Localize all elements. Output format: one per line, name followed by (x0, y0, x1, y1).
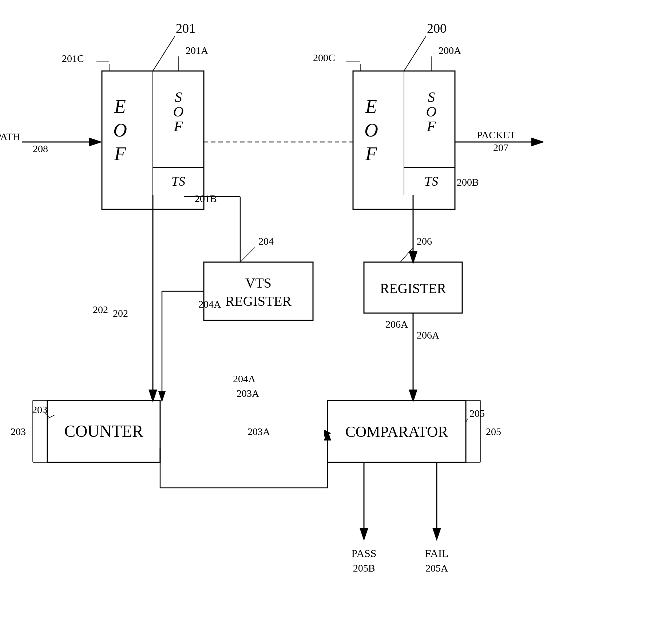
label-200c: 200C (313, 52, 335, 63)
block201-s: S (175, 89, 182, 105)
label-204a: 204A (233, 373, 256, 384)
svg-line-21 (400, 248, 413, 262)
block204-text2: REGISTER (225, 293, 292, 309)
label-205-bracket: 205 (486, 426, 501, 437)
label-201b: 201B (195, 193, 217, 204)
label-203: 203 (32, 404, 47, 415)
block200-f: F (365, 143, 377, 164)
block200-o2: O (426, 103, 437, 120)
block205-text: COMPARATOR (345, 423, 448, 440)
label-202-wire: 202 (93, 304, 108, 315)
block200-f2: F (427, 118, 436, 134)
label-201a: 201A (186, 45, 209, 56)
label-200: 200 (427, 21, 447, 36)
label-201: 201 (176, 21, 195, 36)
block203-text: COUNTER (64, 422, 143, 440)
label-206a-wire: 206A (417, 329, 440, 341)
block201-o2: O (173, 103, 184, 120)
label-205a: 205A (425, 562, 448, 574)
block200-ts: TS (424, 174, 438, 189)
svg-line-11 (404, 36, 426, 71)
block201-ts: TS (171, 174, 185, 189)
svg-line-10 (153, 36, 175, 71)
block201-o: O (113, 120, 127, 141)
label-205: 205 (469, 408, 485, 419)
label-200b: 200B (457, 177, 479, 188)
svg-line-20 (240, 248, 255, 262)
label-202: 202 (113, 308, 128, 319)
block206-text: REGISTER (380, 281, 446, 296)
label-fail: FAIL (425, 547, 448, 559)
label-205b: 205B (353, 562, 375, 574)
label-200a: 200A (439, 45, 461, 56)
label-201c: 201C (62, 53, 84, 64)
block204-text1: VTS (245, 275, 272, 291)
label-206a: 206A (385, 319, 408, 330)
block201-e: E (114, 96, 126, 117)
label-datapath: DATA PATH (0, 131, 20, 142)
label-206: 206 (417, 236, 432, 247)
label-203-bracket: 203 (11, 426, 26, 437)
label-207: 207 (493, 142, 508, 153)
label-204a-wire: 204A (198, 299, 221, 310)
svg-rect-6 (204, 262, 313, 320)
label-pass: PASS (352, 547, 377, 559)
label-203a: 203A (237, 388, 259, 399)
block201-f: F (114, 143, 126, 164)
label-packet: PACKET (477, 129, 515, 141)
label-203a-wire: 203A (247, 426, 270, 437)
block200-s: S (428, 89, 435, 105)
block201-f2: F (174, 118, 183, 134)
block200-o: O (364, 120, 378, 141)
diagram-svg: E O F S O F TS E O F S O F TS VTS REGIST… (0, 0, 646, 644)
label-204: 204 (258, 236, 274, 247)
label-208: 208 (33, 143, 48, 154)
block200-e: E (365, 96, 377, 117)
